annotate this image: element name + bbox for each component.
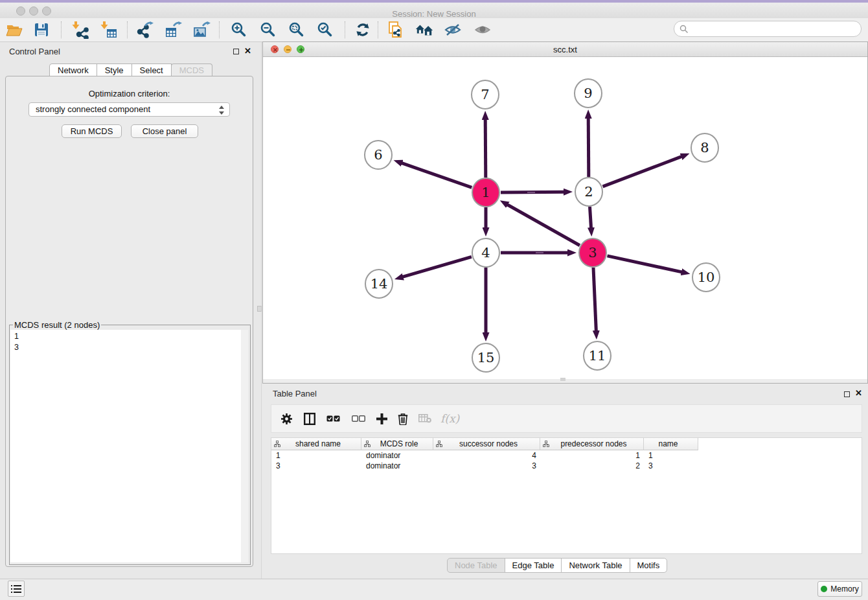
refresh-layout-button[interactable] — [354, 21, 372, 39]
table-cell[interactable]: dominator — [361, 461, 433, 471]
edge-2-8[interactable] — [603, 156, 683, 187]
export-image-button[interactable] — [192, 21, 211, 39]
titlebar[interactable]: Session: New Session — [0, 3, 868, 18]
mcds-result-node: 1 — [14, 331, 19, 342]
open-session-button[interactable] — [5, 21, 23, 39]
graph-node-9[interactable]: 9 — [575, 79, 602, 108]
task-history-button[interactable] — [8, 581, 25, 597]
clone-network-button[interactable] — [387, 21, 405, 39]
refresh-icon — [354, 21, 371, 38]
graph-node-2[interactable]: 2 — [575, 178, 602, 206]
home-layout-button[interactable] — [415, 21, 433, 39]
delete-column-button[interactable] — [398, 413, 408, 425]
plus-icon — [376, 413, 387, 424]
import-table-button[interactable] — [100, 21, 118, 39]
svg-text:10: 10 — [698, 270, 715, 285]
run-mcds-button[interactable]: Run MCDS — [62, 124, 122, 138]
import-table-icon — [100, 21, 118, 39]
memory-button[interactable]: Memory — [817, 581, 862, 597]
column-type-icon — [436, 441, 442, 447]
table-tab-node-table[interactable]: Node Table — [447, 558, 505, 573]
svg-text:11: 11 — [589, 348, 606, 363]
edge-3-1[interactable] — [507, 204, 580, 246]
network-window-title: scc.txt — [263, 45, 867, 54]
mcds-result-area[interactable] — [10, 330, 248, 562]
column-header-predecessor-nodes[interactable]: predecessor nodes — [540, 438, 644, 450]
edge-3-10[interactable] — [608, 256, 683, 272]
close-panel-button[interactable]: Close panel — [131, 124, 198, 138]
table-cell[interactable]: 3 — [271, 461, 361, 471]
function-builder-button[interactable]: f(x) — [440, 412, 459, 425]
select-all-columns-button[interactable] — [326, 415, 341, 422]
control-panel-tab-style[interactable]: Style — [97, 63, 132, 77]
save-session-button[interactable] — [32, 21, 51, 39]
table-tab-network-table[interactable]: Network Table — [561, 558, 630, 573]
graph-node-6[interactable]: 6 — [365, 141, 392, 169]
show-details-button[interactable] — [474, 21, 492, 39]
control-panel-tabs: NetworkStyleSelectMCDS — [50, 63, 212, 76]
edge-1-7[interactable] — [485, 119, 486, 178]
search-input[interactable] — [674, 21, 862, 37]
graph-node-14[interactable]: 14 — [365, 270, 393, 298]
table-tab-motifs[interactable]: Motifs — [630, 558, 668, 573]
create-column-button[interactable] — [376, 413, 387, 424]
control-panel-close-button[interactable]: ✕ — [244, 46, 251, 56]
network-canvas[interactable]: 7968124314101511 — [263, 57, 867, 379]
edge-2-3[interactable] — [590, 207, 591, 229]
graph-node-8[interactable]: 8 — [691, 133, 718, 162]
graph-node-3[interactable]: 3 — [579, 238, 606, 267]
network-window-titlebar[interactable]: scc.txt — [263, 42, 867, 57]
graph-node-10[interactable]: 10 — [692, 263, 720, 292]
column-header-shared-name[interactable]: shared name — [271, 438, 361, 450]
import-network-icon — [71, 21, 89, 39]
table-cell[interactable]: dominator — [361, 450, 433, 461]
column-header-MCDS-role[interactable]: MCDS role — [361, 438, 433, 450]
export-table-button[interactable] — [164, 21, 182, 39]
column-header-name[interactable]: name — [644, 438, 698, 450]
table-tab-edge-table[interactable]: Edge Table — [505, 558, 562, 573]
table-settings-button[interactable] — [280, 413, 293, 425]
table-cell[interactable]: 2 — [540, 461, 644, 471]
graph-node-7[interactable]: 7 — [472, 80, 499, 109]
table-cell[interactable]: 1 — [644, 450, 698, 461]
hide-details-button[interactable] — [444, 21, 462, 39]
network-bottom-handle[interactable] — [560, 378, 565, 381]
unselect-all-columns-button[interactable] — [352, 415, 366, 422]
edge-3-11[interactable] — [593, 268, 596, 332]
table-cell[interactable]: 3 — [433, 461, 540, 471]
graph-node-4[interactable]: 4 — [472, 238, 499, 267]
table-cell[interactable]: 1 — [540, 450, 644, 461]
table-cell[interactable]: 1 — [271, 450, 361, 461]
show-column-button[interactable] — [304, 413, 315, 425]
graph-node-15[interactable]: 15 — [472, 343, 499, 372]
table-panel-close-button[interactable]: ✕ — [855, 388, 862, 398]
control-panel-float-button[interactable] — [233, 49, 239, 54]
edge-1-6[interactable] — [401, 163, 472, 187]
delete-table-button[interactable] — [418, 414, 431, 423]
main-toolbar — [0, 18, 868, 42]
graph-node-11[interactable]: 11 — [584, 341, 611, 370]
splitter-handle[interactable] — [257, 306, 262, 312]
application-window: Session: New Session — [0, 0, 868, 600]
graph-node-1[interactable]: 1 — [472, 178, 499, 207]
svg-text:15: 15 — [477, 350, 495, 365]
control-panel-tab-select[interactable]: Select — [131, 63, 172, 77]
table-panel-float-button[interactable] — [844, 391, 850, 397]
table-cell[interactable]: 4 — [433, 450, 540, 461]
table-cell[interactable]: 3 — [644, 461, 698, 471]
table-row[interactable]: 1dominator411 — [271, 450, 862, 461]
optimization-criterion-select[interactable]: strongly connected component — [29, 102, 230, 117]
homes-icon — [415, 21, 433, 38]
column-header-successor-nodes[interactable]: successor nodes — [433, 438, 540, 450]
zoom-selected-button[interactable] — [316, 21, 334, 39]
edge-2-9[interactable] — [588, 117, 589, 177]
edge-4-14[interactable] — [402, 257, 472, 277]
table-row[interactable]: 3dominator323 — [271, 461, 862, 471]
control-panel-tab-network[interactable]: Network — [49, 63, 97, 77]
zoom-out-button[interactable] — [259, 21, 277, 39]
export-network-button[interactable] — [136, 21, 154, 39]
zoom-in-button[interactable] — [230, 21, 248, 39]
zoom-fit-button[interactable] — [288, 21, 306, 39]
mcds-result-scrollbar[interactable] — [241, 330, 248, 562]
import-network-button[interactable] — [71, 21, 89, 39]
